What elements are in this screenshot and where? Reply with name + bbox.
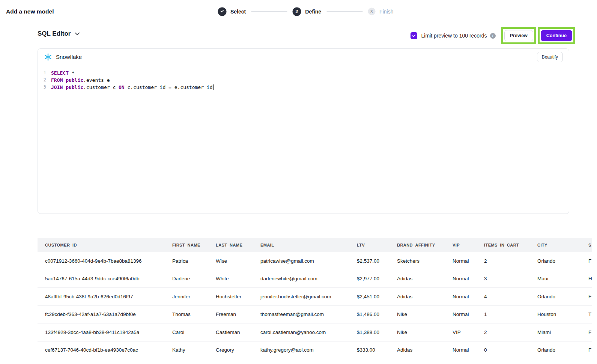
table-cell: darlenewhite@gmail.com (260, 276, 357, 281)
table-cell: 133f4928-3dcc-4aa8-bb38-9411c1842a5a (38, 329, 172, 335)
table-cell: F (588, 329, 592, 335)
table-cell: White (216, 276, 260, 281)
column-header: VIP (453, 243, 484, 247)
table-cell: F (588, 347, 592, 353)
column-header: ITEMS_IN_CART (484, 243, 537, 247)
column-header: CITY (537, 243, 588, 247)
table-cell: Normal (453, 258, 484, 264)
table-cell: Normal (453, 276, 484, 281)
step-label: Define (305, 9, 321, 15)
editor-header: Snowflake Beautify (38, 49, 569, 65)
source-connection: Snowflake (44, 53, 82, 61)
table-cell: Adidas (397, 347, 453, 353)
table-cell: kathy.gregory@aol.com (260, 347, 357, 353)
editor-mode-label: SQL Editor (38, 30, 71, 38)
table-cell: Adidas (397, 276, 453, 281)
wizard-stepper: Select 2 Define 3 Finish (218, 7, 393, 16)
code-lines: 1SELECT *2FROM public.events e3JOIN publ… (38, 69, 569, 91)
step-finish: 3 Finish (368, 8, 393, 15)
table-cell: Hochstetler (216, 294, 260, 299)
step-connector (326, 11, 362, 12)
table-cell: $1,388.00 (357, 329, 397, 335)
table-cell: fc29cdeb-f363-42af-a1a7-63a1a7d9bf0e (38, 311, 172, 317)
table-cell: F (588, 294, 592, 299)
table-cell: Darlene (172, 276, 216, 281)
table-cell: VIP (453, 329, 484, 335)
step-number-circle: 3 (368, 8, 375, 15)
step-define[interactable]: 2 Define (292, 7, 321, 16)
limit-checkbox-label: Limit preview to 100 records (421, 33, 487, 39)
table-cell: H (588, 276, 592, 281)
column-header: BRAND_AFFINITY (397, 243, 453, 247)
check-icon (220, 9, 224, 15)
table-cell: Jennifer (172, 294, 216, 299)
code-line: 3JOIN public.customer c ON c.customer_id… (38, 84, 569, 91)
column-header: CUSTOMER_ID (38, 243, 172, 247)
code-text: FROM public.events e (51, 77, 110, 84)
table-cell: Wise (216, 258, 260, 264)
sql-editor-card: Snowflake Beautify 1SELECT *2FROM public… (38, 48, 569, 214)
table-cell: Adidas (397, 294, 453, 299)
line-number: 1 (38, 69, 46, 77)
page-title: Add a new model (6, 8, 54, 15)
table-header-row: CUSTOMER_IDFIRST_NAMELAST_NAMEEMAILLTVBR… (38, 238, 592, 252)
text-cursor (213, 84, 214, 90)
table-cell: Houston (537, 311, 588, 317)
preview-button-highlight: Preview (501, 27, 536, 44)
continue-button[interactable]: Continue (541, 30, 572, 41)
table-cell: carol.castleman@yahoo.com (260, 329, 357, 335)
table-cell: 48afffbf-95cb-438f-9a2b-626ed0d16f97 (38, 294, 172, 299)
column-header: EMAIL (260, 243, 357, 247)
table-cell: Gregory (216, 347, 260, 353)
table-body: c0071912-3660-404d-9e4b-7bae8ba81396Patr… (38, 252, 592, 359)
table-cell: $2,537.00 (357, 258, 397, 264)
code-text: JOIN public.customer c ON c.customer_id … (51, 84, 214, 91)
code-line: 1SELECT * (38, 69, 569, 77)
table-cell: Carol (172, 329, 216, 335)
table-cell: thomasfreeman@gmail.com (260, 311, 357, 317)
code-text: SELECT * (51, 69, 75, 77)
step-label: Finish (379, 9, 393, 15)
table-cell: Nike (397, 329, 453, 335)
table-cell: Normal (453, 347, 484, 353)
code-line: 2FROM public.events e (38, 77, 569, 84)
continue-button-highlight: Continue (538, 27, 575, 44)
table-cell: 3 (484, 276, 537, 281)
top-bar: Add a new model Select 2 Define 3 Finish (0, 0, 597, 23)
beautify-button[interactable]: Beautify (537, 52, 563, 62)
table-cell: Orlando (537, 347, 588, 353)
sql-code-editor[interactable]: 1SELECT *2FROM public.events e3JOIN publ… (38, 65, 569, 213)
table-row: fc29cdeb-f363-42af-a1a7-63a1a7d9bf0eThom… (38, 306, 592, 324)
table-cell: Normal (453, 294, 484, 299)
table-cell: Castleman (216, 329, 260, 335)
step-number-circle: 2 (292, 7, 301, 16)
table-row: 5ac14767-615a-44d3-9ddc-cce490f6a0dbDarl… (38, 270, 592, 288)
table-cell: 2 (484, 258, 537, 264)
table-cell: Nike (397, 311, 453, 317)
table-cell: F (588, 258, 592, 264)
table-cell: 5ac14767-615a-44d3-9ddc-cce490f6a0db (38, 276, 172, 281)
step-connector (251, 11, 287, 12)
table-cell: Orlando (537, 258, 588, 264)
table-row: 48afffbf-95cb-438f-9a2b-626ed0d16f97Jenn… (38, 288, 592, 306)
table-cell: Kathy (172, 347, 216, 353)
preview-button[interactable]: Preview (504, 30, 533, 41)
table-cell: $333.00 (357, 347, 397, 353)
table-cell: Thomas (172, 311, 216, 317)
table-cell: c0071912-3660-404d-9e4b-7bae8ba81396 (38, 258, 172, 264)
snowflake-icon (44, 53, 52, 61)
column-header: S (588, 243, 592, 247)
info-icon[interactable]: i (490, 33, 496, 39)
source-name: Snowflake (56, 54, 82, 60)
table-cell: $2,451.00 (357, 294, 397, 299)
chevron-down-icon (75, 32, 80, 36)
editor-mode-dropdown[interactable]: SQL Editor (38, 30, 80, 38)
line-number: 2 (38, 77, 46, 84)
table-cell: 1 (484, 311, 537, 317)
limit-checkbox[interactable] (411, 32, 417, 39)
toolbar-actions: Limit preview to 100 records i Preview C… (411, 27, 575, 44)
step-select[interactable]: Select (218, 7, 246, 16)
step-complete-circle (218, 7, 226, 16)
table-cell: $1,486.00 (357, 311, 397, 317)
table-cell: cef67137-7046-40cd-bf1b-ea4930e7c0ac (38, 347, 172, 353)
